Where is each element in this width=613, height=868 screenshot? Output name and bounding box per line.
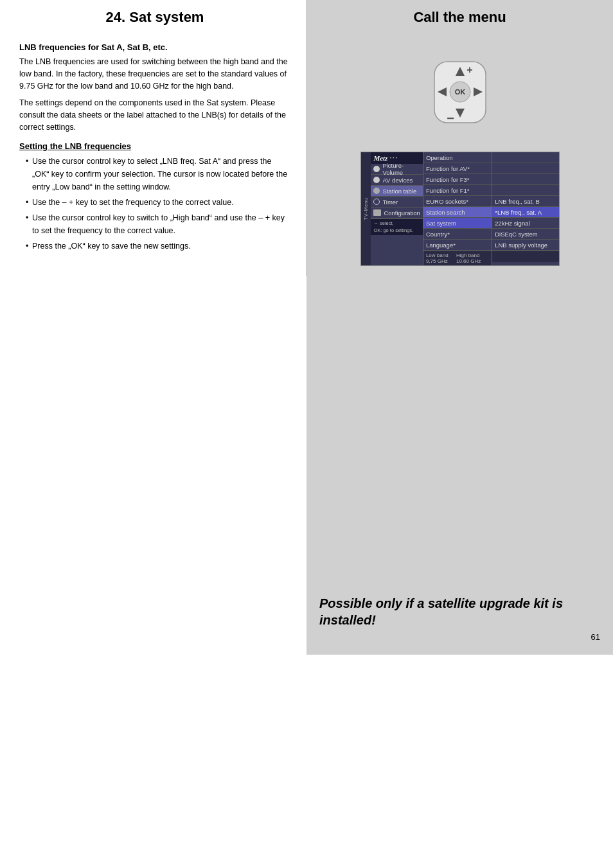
empty-left bbox=[0, 276, 306, 585]
footer-left bbox=[0, 585, 306, 655]
setting-title: Setting the LNB frequencies bbox=[19, 141, 290, 151]
remote-svg: OK + − bbox=[415, 49, 505, 132]
picture-icon bbox=[373, 166, 380, 172]
config-icon bbox=[373, 209, 381, 216]
tv-bottom-hint: ↔ select, OK: go to settings. bbox=[371, 218, 423, 235]
tv-logo: Metz bbox=[373, 154, 387, 162]
col3-row-6: 22kHz signal bbox=[492, 218, 558, 229]
band-info-row: Low band 9,75 GHz High band 10.60 GHz bbox=[423, 251, 492, 265]
low-band-label: Low band 9,75 GHz bbox=[426, 252, 456, 264]
col2-row-5: Station search bbox=[423, 207, 492, 218]
page-number: 61 bbox=[319, 632, 600, 642]
av-devices-label: AV devices bbox=[382, 177, 413, 184]
tv-menu-row-config: Configuration bbox=[371, 208, 423, 218]
col3-row-0 bbox=[492, 152, 558, 163]
svg-text:−: − bbox=[447, 111, 454, 125]
timer-icon bbox=[373, 199, 380, 205]
tv-menu-row-timer: Timer bbox=[371, 197, 423, 208]
footer-row: Possible only if a satellite upgrade kit… bbox=[0, 585, 613, 655]
subsection-heading: LNB frequencies for Sat A, Sat B, etc. bbox=[19, 42, 290, 52]
station-table-label: Station table bbox=[382, 188, 416, 195]
col3-row-3 bbox=[492, 185, 558, 196]
col2-row-1: Function for AV* bbox=[423, 163, 492, 174]
footer-right: Possible only if a satellite upgrade kit… bbox=[306, 585, 613, 655]
station-icon bbox=[373, 188, 380, 194]
col2-row-7: Country* bbox=[423, 229, 492, 240]
col3-bottom-spacer bbox=[492, 251, 558, 262]
remote-control-illustration: OK + − bbox=[415, 49, 505, 132]
col2-row-0: Operation bbox=[423, 152, 492, 163]
svg-text:+: + bbox=[466, 64, 472, 75]
col3-row-8: LNB supply voltage bbox=[492, 240, 558, 251]
tv-menu-col3: LNB freq., sat. B *LNB freq., sat. A 22k… bbox=[492, 152, 558, 265]
col3-row-2 bbox=[492, 174, 558, 185]
col2-row-8: Language* bbox=[423, 240, 492, 251]
tv-menu-row-picture: Picture-Volume bbox=[371, 164, 423, 175]
bullet-item-2: Use the – + key to set the frequency to … bbox=[26, 196, 290, 209]
config-label: Configuration bbox=[384, 209, 420, 217]
col3-row-5: *LNB freq., sat. A bbox=[492, 207, 558, 218]
col3-row-4: LNB freq., sat. B bbox=[492, 196, 558, 207]
col2-row-4: EURO sockets* bbox=[423, 196, 492, 207]
col2-row-2: Function for F3* bbox=[423, 174, 492, 185]
bullet-item-4: Press the „OK“ key to save the new setti… bbox=[26, 240, 290, 252]
bullet-list: Use the cursor control key to select „LN… bbox=[19, 155, 290, 252]
body-text-1: The LNB frequencies are used for switchi… bbox=[19, 56, 290, 92]
col3-row-7: DiSEqC system bbox=[492, 229, 558, 240]
body-text-2: The settings depend on the components us… bbox=[19, 97, 290, 133]
page: 24. Sat system Call the menu LNB frequen… bbox=[0, 0, 613, 868]
tv-menu-col1: Metz * * * Picture-Volume A bbox=[371, 152, 423, 265]
svg-text:OK: OK bbox=[454, 88, 465, 96]
empty-right bbox=[306, 276, 613, 585]
high-band-label: High band 10.60 GHz bbox=[456, 252, 489, 264]
tv-menu-screenshot: TV-Menu Metz * * * bbox=[319, 152, 600, 266]
bullet-item-3: Use the cursor control key to switch to … bbox=[26, 211, 290, 237]
col2-row-3: Function for F1* bbox=[423, 185, 492, 196]
tv-menu-col2: Operation Function for AV* Function for … bbox=[423, 152, 492, 265]
right-section-title: Call the menu bbox=[319, 9, 600, 26]
tv-menu-row-av: AV devices bbox=[371, 175, 423, 186]
picture-volume-label: Picture-Volume bbox=[382, 162, 420, 176]
col2-row-6: Sat system bbox=[423, 218, 492, 229]
bullet-item-1: Use the cursor control key to select „LN… bbox=[26, 155, 290, 193]
tv-menu-row-station: Station table bbox=[371, 186, 423, 197]
hint-ok: OK: go to settings. bbox=[373, 227, 413, 233]
tv-menu: TV-Menu Metz * * * bbox=[360, 152, 560, 266]
hint-select: ↔ select, bbox=[373, 220, 393, 226]
av-icon bbox=[373, 177, 380, 183]
left-section-title: 24. Sat system bbox=[19, 9, 290, 26]
tv-menu-label: TV-Menu bbox=[364, 197, 368, 220]
footer-text: Possible only if a satellite upgrade kit… bbox=[319, 595, 600, 628]
col3-row-1 bbox=[492, 163, 558, 174]
timer-label: Timer bbox=[382, 199, 398, 206]
empty-middle bbox=[0, 276, 613, 585]
tv-stars: * * * bbox=[389, 156, 397, 161]
